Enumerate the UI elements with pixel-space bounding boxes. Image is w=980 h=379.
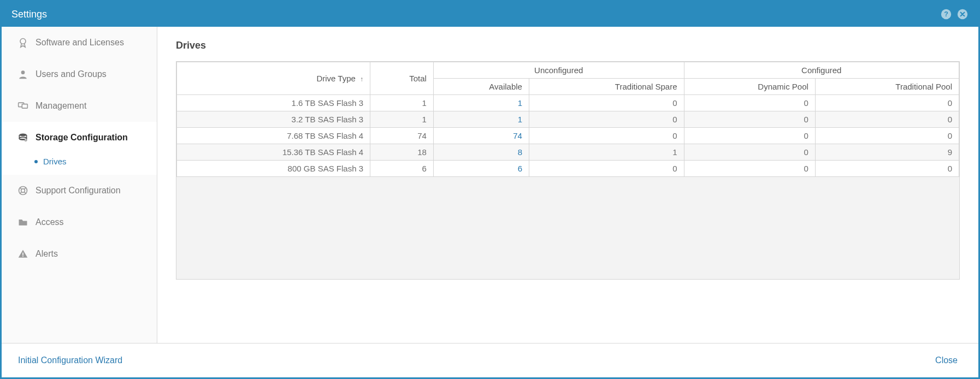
folder-icon bbox=[17, 216, 29, 228]
table-row[interactable]: 15.36 TB SAS Flash 4188109 bbox=[177, 144, 959, 161]
cell-traditional-spare: 0 bbox=[529, 128, 684, 144]
cell-total: 1 bbox=[370, 95, 434, 111]
cell-available[interactable]: 74 bbox=[433, 128, 529, 144]
help-icon[interactable]: ? bbox=[940, 8, 952, 20]
col-group-configured: Configured bbox=[684, 62, 959, 79]
sidebar-item-management[interactable]: Management bbox=[2, 90, 157, 122]
user-icon bbox=[17, 68, 29, 80]
cell-dynamic-pool: 0 bbox=[684, 111, 815, 128]
initial-configuration-wizard-link[interactable]: Initial Configuration Wizard bbox=[18, 356, 122, 365]
svg-rect-6 bbox=[22, 104, 27, 109]
sidebar-item-software-licenses[interactable]: Software and Licenses bbox=[2, 27, 157, 58]
table-row[interactable]: 800 GB SAS Flash 366000 bbox=[177, 161, 959, 177]
sidebar: Software and Licenses Users and Groups M… bbox=[2, 27, 157, 343]
sidebar-item-label: Storage Configuration bbox=[36, 133, 128, 143]
cell-dynamic-pool: 0 bbox=[684, 161, 815, 177]
cell-dynamic-pool: 0 bbox=[684, 144, 815, 161]
sidebar-item-alerts[interactable]: Alerts bbox=[2, 238, 157, 270]
cell-total: 6 bbox=[370, 161, 434, 177]
sidebar-item-label: Users and Groups bbox=[36, 69, 107, 79]
col-group-unconfigured: Unconfigured bbox=[433, 62, 684, 79]
sidebar-subitem-drives[interactable]: Drives bbox=[2, 153, 157, 175]
cell-traditional-pool: 9 bbox=[815, 144, 959, 161]
storage-icon bbox=[17, 132, 29, 144]
drives-table: Drive Type ↑ Total Unconfigured Configur… bbox=[176, 62, 959, 177]
cell-total: 18 bbox=[370, 144, 434, 161]
cell-traditional-pool: 0 bbox=[815, 95, 959, 111]
lifebuoy-icon bbox=[17, 185, 29, 197]
cell-traditional-spare: 0 bbox=[529, 95, 684, 111]
table-row[interactable]: 1.6 TB SAS Flash 311000 bbox=[177, 95, 959, 111]
sidebar-item-support-configuration[interactable]: Support Configuration bbox=[2, 175, 157, 206]
sidebar-item-access[interactable]: Access bbox=[2, 206, 157, 238]
close-button[interactable]: Close bbox=[931, 353, 962, 368]
cell-dynamic-pool: 0 bbox=[684, 95, 815, 111]
sidebar-item-users-groups[interactable]: Users and Groups bbox=[2, 58, 157, 90]
col-traditional-spare[interactable]: Traditional Spare bbox=[529, 79, 684, 95]
col-total[interactable]: Total bbox=[370, 62, 434, 95]
window-title: Settings bbox=[11, 9, 936, 20]
sidebar-item-label: Software and Licenses bbox=[36, 38, 124, 48]
cell-total: 74 bbox=[370, 128, 434, 144]
cell-available[interactable]: 1 bbox=[433, 95, 529, 111]
table-row[interactable]: 7.68 TB SAS Flash 47474000 bbox=[177, 128, 959, 144]
svg-point-7 bbox=[19, 134, 26, 137]
monitors-icon bbox=[17, 100, 29, 112]
cell-total: 1 bbox=[370, 111, 434, 128]
cell-available[interactable]: 8 bbox=[433, 144, 529, 161]
warning-icon bbox=[17, 248, 29, 260]
col-dynamic-pool[interactable]: Dynamic Pool bbox=[684, 79, 815, 95]
svg-rect-12 bbox=[22, 253, 23, 256]
sidebar-item-storage-configuration[interactable]: Storage Configuration bbox=[2, 122, 157, 153]
cell-drive-type: 1.6 TB SAS Flash 3 bbox=[177, 95, 370, 111]
sort-asc-icon: ↑ bbox=[360, 75, 363, 83]
cell-dynamic-pool: 0 bbox=[684, 128, 815, 144]
svg-point-11 bbox=[21, 189, 25, 193]
table-row[interactable]: 3.2 TB SAS Flash 311000 bbox=[177, 111, 959, 128]
cell-drive-type: 15.36 TB SAS Flash 4 bbox=[177, 144, 370, 161]
cell-traditional-spare: 0 bbox=[529, 111, 684, 128]
cell-drive-type: 7.68 TB SAS Flash 4 bbox=[177, 128, 370, 144]
footer: Initial Configuration Wizard Close bbox=[2, 344, 978, 377]
main-content: Drives Drive Type ↑ Total Unconfigured C… bbox=[157, 27, 978, 343]
cell-drive-type: 800 GB SAS Flash 3 bbox=[177, 161, 370, 177]
svg-point-3 bbox=[20, 39, 26, 44]
cell-traditional-pool: 0 bbox=[815, 111, 959, 128]
cell-traditional-pool: 0 bbox=[815, 161, 959, 177]
sidebar-item-label: Support Configuration bbox=[36, 186, 121, 196]
ribbon-icon bbox=[17, 37, 29, 49]
sidebar-item-label: Alerts bbox=[36, 249, 58, 259]
cell-drive-type: 3.2 TB SAS Flash 3 bbox=[177, 111, 370, 128]
drives-table-container: Drive Type ↑ Total Unconfigured Configur… bbox=[176, 61, 960, 280]
cell-available[interactable]: 6 bbox=[433, 161, 529, 177]
svg-rect-13 bbox=[22, 256, 23, 257]
col-traditional-pool[interactable]: Traditional Pool bbox=[815, 79, 959, 95]
svg-point-4 bbox=[21, 70, 25, 74]
sidebar-subitem-label: Drives bbox=[43, 157, 67, 166]
col-available[interactable]: Available bbox=[433, 79, 529, 95]
cell-traditional-pool: 0 bbox=[815, 128, 959, 144]
col-drive-type[interactable]: Drive Type ↑ bbox=[177, 62, 370, 95]
svg-text:?: ? bbox=[944, 10, 948, 18]
close-icon[interactable] bbox=[957, 8, 969, 20]
sidebar-item-label: Access bbox=[36, 217, 64, 227]
cell-traditional-spare: 0 bbox=[529, 161, 684, 177]
page-title: Drives bbox=[176, 40, 960, 51]
cell-traditional-spare: 1 bbox=[529, 144, 684, 161]
bullet-icon bbox=[34, 160, 38, 163]
titlebar: Settings ? bbox=[2, 2, 978, 27]
sidebar-item-label: Management bbox=[36, 101, 86, 111]
cell-available[interactable]: 1 bbox=[433, 111, 529, 128]
